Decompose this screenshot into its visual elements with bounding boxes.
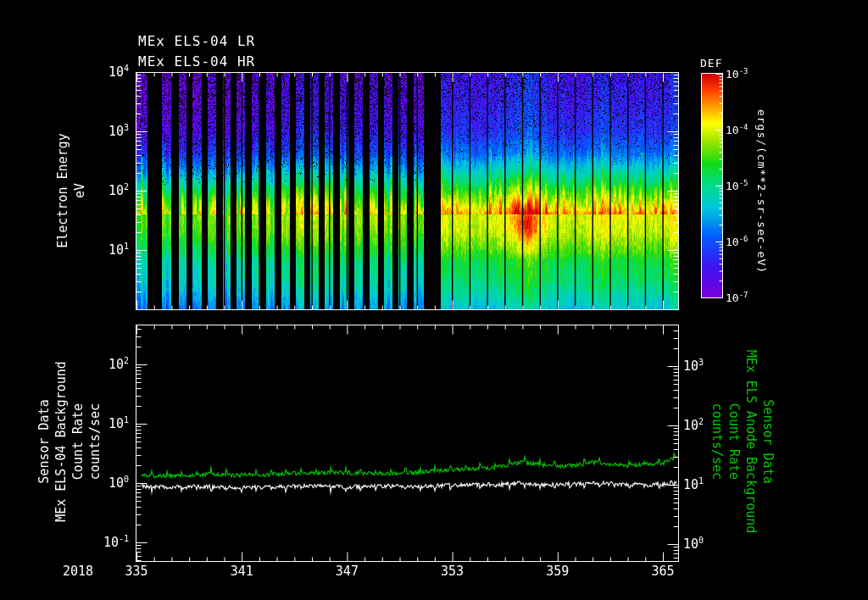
colorbar-tick-label: 10-4	[726, 123, 748, 136]
spectrogram-ytick-label: 101	[85, 242, 129, 258]
spectrogram-ytick-label: 104	[85, 64, 129, 80]
x-axis-year-label: 2018	[53, 564, 103, 579]
lineplot-right-ytick-label: 100	[683, 536, 704, 552]
x-axis-tick-label: 347	[321, 564, 372, 579]
spectrogram-y-axis-label: Electron Energy eV	[54, 133, 88, 247]
colorbar-tick-label: 10-7	[726, 291, 748, 304]
spectrogram-ytick-label: 103	[85, 123, 129, 139]
lineplot-left-ytick-label: 101	[85, 415, 129, 431]
lineplot-left-axis-label: Sensor Data MEx ELS-04 Background Count …	[36, 361, 103, 522]
colorbar-unit-label: ergs/(cm**2-sr-sec-eV)	[753, 109, 770, 274]
left-axis-label-line4: counts/sec	[86, 361, 103, 522]
figure-root: MEx ELS-04 LR MEx ELS-04 HR Electron Ene…	[0, 0, 868, 600]
right-axis-label-line2: MEx ELS Anode Background	[743, 350, 760, 534]
x-axis-tick-label: 335	[111, 564, 162, 579]
right-axis-label-line3: Count Rate	[726, 350, 743, 534]
lineplot-left-ytick-label: 10-1	[85, 534, 129, 550]
left-axis-label-line2: MEx ELS-04 Background	[53, 361, 70, 522]
lineplot-left-ytick-label: 100	[85, 475, 129, 491]
x-axis-tick-label: 359	[532, 564, 583, 579]
x-axis-tick-label: 353	[427, 564, 478, 579]
spectrogram-ytick-label: 102	[85, 182, 129, 198]
right-axis-label-line1: Sensor Data	[760, 350, 776, 534]
lineplot-right-ytick-label: 102	[683, 417, 704, 433]
lineplot-right-ytick-label: 101	[683, 476, 704, 492]
right-axis-label-line4: counts/sec	[709, 350, 726, 534]
title-lr: MEx ELS-04 LR	[138, 33, 255, 49]
colorbar-tick-label: 10-3	[726, 67, 748, 81]
left-axis-label-line3: Count Rate	[70, 361, 86, 522]
colorbar-tick-label: 10-5	[726, 179, 748, 192]
lineplot-right-axis-label: Sensor Data MEx ELS Anode Background Cou…	[709, 350, 776, 534]
x-axis-tick-label: 365	[637, 564, 688, 579]
title-hr: MEx ELS-04 HR	[138, 53, 255, 69]
left-axis-label-line1: Sensor Data	[36, 361, 53, 522]
lineplot-right-ytick-label: 103	[683, 358, 704, 374]
x-axis-tick-label: 341	[216, 564, 267, 579]
colorbar-def-label: DEF	[700, 57, 722, 69]
spectrogram-y-axis-label-text: Electron Energy	[54, 133, 71, 247]
colorbar-tick-label: 10-6	[726, 235, 748, 248]
lineplot-left-ytick-label: 102	[85, 356, 129, 372]
